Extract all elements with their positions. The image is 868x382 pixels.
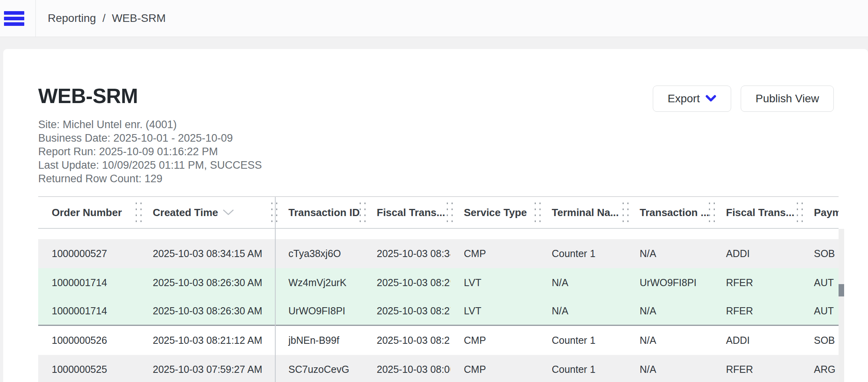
column-resize-handle[interactable] — [627, 203, 629, 222]
cell-order-number: 1000000527 — [38, 239, 139, 268]
cell-transaction-id: cTya38xj6O — [275, 239, 363, 268]
breadcrumb: Reporting / WEB-SRM — [48, 0, 166, 37]
column-resize-handle[interactable] — [539, 203, 541, 222]
report-meta: Site: Michel Untel enr. (4001) Business … — [38, 118, 262, 185]
column-header-fiscal-trans-1[interactable]: Fiscal Trans... — [363, 197, 450, 228]
hamburger-bar — [4, 17, 24, 20]
cell-service-type: LVT — [450, 297, 538, 325]
column-header-transaction-2[interactable]: Transaction ... — [626, 197, 712, 228]
cell-created-time: 2025-10-03 08:26:30 AM — [139, 268, 275, 297]
column-header-label: Transaction ID — [288, 207, 360, 219]
table-row-highlighted[interactable]: 1000001714 2025-10-03 08:26:30 AM Wz4mVj… — [38, 268, 839, 297]
column-resize-handle[interactable] — [623, 203, 624, 222]
cell-order-number: 1000001714 — [38, 297, 139, 325]
column-resize-handle[interactable] — [140, 203, 142, 222]
table-viewport: Order Number Created Time Transaction ID — [38, 196, 839, 382]
meta-last-update: Last Update: 10/09/2025 01:11 PM, SUCCES… — [38, 158, 262, 172]
breadcrumb-reporting[interactable]: Reporting — [48, 12, 96, 25]
breadcrumb-separator: / — [102, 12, 105, 25]
cell-payment: AUT — [800, 297, 839, 325]
pinned-columns-divider — [275, 197, 276, 382]
export-button-label: Export — [668, 92, 700, 105]
column-resize-handle[interactable] — [797, 203, 798, 222]
cell-terminal-name: N/A — [538, 297, 626, 325]
column-header-payment[interactable]: Paymen — [800, 197, 839, 228]
cell-payment: ARG — [800, 355, 839, 382]
page-title: WEB-SRM — [38, 86, 262, 106]
cell-created-time: 2025-10-03 08:34:15 AM — [139, 239, 275, 268]
column-resize-handle[interactable] — [360, 203, 361, 222]
column-resize-handle[interactable] — [447, 203, 448, 222]
cell-fiscal-trans: 2025-10-03 08:34:1 — [363, 239, 450, 268]
report-card: WEB-SRM Site: Michel Untel enr. (4001) B… — [3, 49, 868, 382]
chevron-down-icon — [705, 95, 716, 103]
column-header-terminal-name[interactable]: Terminal Na... — [538, 197, 626, 228]
cell-service-type: LVT — [450, 268, 538, 297]
cell-fiscal-trans-2: RFER — [712, 268, 800, 297]
action-buttons: Export Publish View — [653, 86, 834, 112]
cell-order-number: 1000000525 — [38, 355, 139, 382]
column-header-label: Paymen — [814, 207, 839, 219]
vertical-scrollbar-track[interactable] — [839, 229, 844, 382]
cell-created-time: 2025-10-03 08:21:12 AM — [139, 326, 275, 355]
cell-payment: AUT — [800, 268, 839, 297]
cell-created-time: 2025-10-03 08:26:30 AM — [139, 297, 275, 325]
column-header-created-time[interactable]: Created Time — [139, 197, 275, 228]
column-header-service-type[interactable]: Service Type — [450, 197, 538, 228]
cell-transaction: N/A — [626, 297, 712, 325]
cell-order-number: 1000000526 — [38, 326, 139, 355]
table-row[interactable]: 1000000527 2025-10-03 08:34:15 AM cTya38… — [38, 239, 839, 268]
cell-transaction: UrWO9FI8PI — [626, 268, 712, 297]
vertical-scrollbar-thumb[interactable] — [839, 284, 844, 296]
cell-payment: SOB — [800, 326, 839, 355]
cell-fiscal-trans-2: ADDI — [712, 326, 800, 355]
meta-business-date: Business Date: 2025-10-01 - 2025-10-09 — [38, 131, 262, 145]
cell-order-number: 1000001714 — [38, 268, 139, 297]
cell-fiscal-trans: 2025-10-03 08:27:1 — [363, 297, 450, 325]
cell-fiscal-trans-2: RFER — [712, 297, 800, 325]
export-button[interactable]: Export — [653, 86, 731, 112]
table-row-highlighted[interactable]: 1000001714 2025-10-03 08:26:30 AM UrWO9F… — [38, 297, 839, 326]
column-header-label: Terminal Na... — [552, 207, 619, 219]
cell-fiscal-trans-2: RFER — [712, 355, 800, 382]
cell-fiscal-trans: 2025-10-03 08:00:2 — [363, 355, 450, 382]
column-header-label: Fiscal Trans... — [726, 207, 794, 219]
cell-fiscal-trans-2: ADDI — [712, 239, 800, 268]
cell-fiscal-trans: 2025-10-03 08:21:2 — [363, 326, 450, 355]
column-resize-handle[interactable] — [276, 203, 277, 222]
column-resize-handle[interactable] — [364, 203, 366, 222]
column-header-order-number[interactable]: Order Number — [38, 197, 139, 228]
hamburger-menu-icon[interactable] — [4, 0, 35, 37]
column-header-label: Transaction ... — [640, 207, 709, 219]
publish-view-button[interactable]: Publish View — [741, 86, 834, 112]
cell-transaction-id: Wz4mVj2urK — [275, 268, 363, 297]
report-table: Order Number Created Time Transaction ID — [38, 196, 844, 382]
column-resize-handle[interactable] — [714, 203, 715, 222]
table-row[interactable]: 1000000526 2025-10-03 08:21:12 AM jbNEn-… — [38, 326, 839, 355]
cell-payment: SOB — [800, 239, 839, 268]
cell-transaction: N/A — [626, 239, 712, 268]
meta-row-count: Returned Row Count: 129 — [38, 172, 262, 185]
column-resize-handle[interactable] — [802, 203, 803, 222]
report-header: WEB-SRM Site: Michel Untel enr. (4001) B… — [38, 86, 262, 185]
cell-transaction: N/A — [626, 355, 712, 382]
hamburger-bar — [4, 22, 24, 26]
column-header-label: Service Type — [464, 207, 527, 219]
table-row[interactable]: 1000000525 2025-10-03 07:59:27 AM SC7uzo… — [38, 355, 839, 382]
cell-transaction-id: jbNEn-B99f — [275, 326, 363, 355]
column-header-fiscal-trans-2[interactable]: Fiscal Trans... — [712, 197, 800, 228]
column-resize-handle[interactable] — [136, 203, 137, 222]
cell-service-type: CMP — [450, 355, 538, 382]
column-header-transaction-id[interactable]: Transaction ID — [275, 197, 363, 228]
cell-service-type: CMP — [450, 239, 538, 268]
hamburger-bar — [4, 11, 24, 15]
column-resize-handle[interactable] — [535, 203, 536, 222]
column-resize-handle[interactable] — [709, 203, 710, 222]
column-resize-handle[interactable] — [452, 203, 453, 222]
meta-report-run: Report Run: 2025-10-09 01:16:22 PM — [38, 145, 262, 158]
cell-transaction: N/A — [626, 326, 712, 355]
cell-service-type: CMP — [450, 326, 538, 355]
cell-terminal-name: Counter 1 — [538, 326, 626, 355]
column-header-label: Created Time — [153, 207, 218, 219]
column-resize-handle[interactable] — [271, 203, 272, 222]
